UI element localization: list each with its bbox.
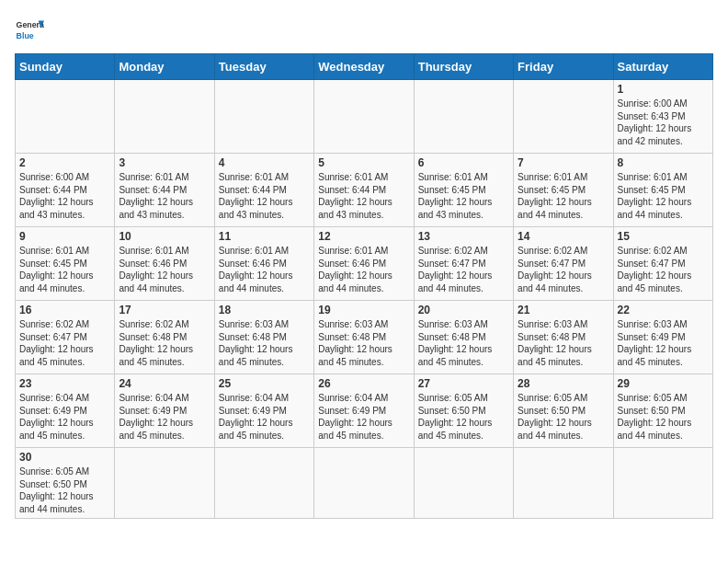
day-number: 12 — [318, 230, 409, 243]
calendar-cell: 12Sunrise: 6:01 AM Sunset: 6:46 PM Dayli… — [314, 227, 414, 301]
day-info: Sunrise: 6:04 AM Sunset: 6:49 PM Dayligh… — [19, 392, 110, 442]
day-number: 10 — [119, 230, 210, 243]
calendar-cell: 5Sunrise: 6:01 AM Sunset: 6:44 PM Daylig… — [314, 154, 414, 227]
day-info: Sunrise: 6:05 AM Sunset: 6:50 PM Dayligh… — [19, 465, 110, 515]
calendar-cell — [115, 448, 214, 519]
calendar-cell — [514, 80, 613, 154]
day-number: 2 — [19, 156, 110, 169]
day-info: Sunrise: 6:02 AM Sunset: 6:48 PM Dayligh… — [119, 318, 210, 368]
day-info: Sunrise: 6:05 AM Sunset: 6:50 PM Dayligh… — [418, 392, 509, 442]
day-number: 7 — [518, 156, 609, 169]
calendar-week-row: 1Sunrise: 6:00 AM Sunset: 6:43 PM Daylig… — [16, 80, 713, 154]
calendar-cell: 25Sunrise: 6:04 AM Sunset: 6:49 PM Dayli… — [214, 374, 313, 448]
day-number: 23 — [19, 377, 110, 390]
day-info: Sunrise: 6:03 AM Sunset: 6:48 PM Dayligh… — [219, 318, 310, 368]
calendar-cell — [115, 80, 214, 154]
calendar-cell: 29Sunrise: 6:05 AM Sunset: 6:50 PM Dayli… — [613, 374, 712, 448]
day-number: 8 — [618, 156, 709, 169]
day-number: 24 — [119, 377, 210, 390]
calendar-cell: 16Sunrise: 6:02 AM Sunset: 6:47 PM Dayli… — [16, 301, 115, 374]
day-number: 30 — [19, 451, 110, 464]
day-info: Sunrise: 6:01 AM Sunset: 6:44 PM Dayligh… — [219, 171, 310, 221]
calendar-cell: 19Sunrise: 6:03 AM Sunset: 6:48 PM Dayli… — [314, 301, 414, 374]
calendar-cell: 28Sunrise: 6:05 AM Sunset: 6:50 PM Dayli… — [514, 374, 613, 448]
day-info: Sunrise: 6:03 AM Sunset: 6:48 PM Dayligh… — [518, 318, 609, 368]
day-number: 27 — [418, 377, 509, 390]
day-number: 16 — [19, 304, 110, 316]
calendar-cell: 14Sunrise: 6:02 AM Sunset: 6:47 PM Dayli… — [514, 227, 613, 301]
day-number: 29 — [618, 377, 709, 390]
logo: General Blue — [15, 15, 44, 44]
calendar-cell: 13Sunrise: 6:02 AM Sunset: 6:47 PM Dayli… — [414, 227, 513, 301]
calendar-cell — [514, 448, 613, 519]
day-info: Sunrise: 6:03 AM Sunset: 6:49 PM Dayligh… — [618, 318, 709, 368]
day-number: 19 — [318, 304, 409, 316]
calendar-cell: 20Sunrise: 6:03 AM Sunset: 6:48 PM Dayli… — [414, 301, 513, 374]
day-info: Sunrise: 6:01 AM Sunset: 6:45 PM Dayligh… — [418, 171, 509, 221]
day-number: 3 — [119, 156, 210, 169]
calendar-cell: 1Sunrise: 6:00 AM Sunset: 6:43 PM Daylig… — [613, 80, 712, 154]
day-number: 5 — [318, 156, 409, 169]
calendar-cell — [314, 80, 414, 154]
weekday-header-thursday: Thursday — [414, 54, 513, 80]
calendar-cell: 9Sunrise: 6:01 AM Sunset: 6:45 PM Daylig… — [16, 227, 115, 301]
calendar-cell: 27Sunrise: 6:05 AM Sunset: 6:50 PM Dayli… — [414, 374, 513, 448]
calendar-cell: 23Sunrise: 6:04 AM Sunset: 6:49 PM Dayli… — [16, 374, 115, 448]
calendar-cell: 8Sunrise: 6:01 AM Sunset: 6:45 PM Daylig… — [613, 154, 712, 227]
calendar-cell: 17Sunrise: 6:02 AM Sunset: 6:48 PM Dayli… — [115, 301, 214, 374]
calendar-cell: 26Sunrise: 6:04 AM Sunset: 6:49 PM Dayli… — [314, 374, 414, 448]
weekday-header-sunday: Sunday — [16, 54, 115, 80]
calendar-week-row: 2Sunrise: 6:00 AM Sunset: 6:44 PM Daylig… — [16, 154, 713, 227]
calendar-cell: 3Sunrise: 6:01 AM Sunset: 6:44 PM Daylig… — [115, 154, 214, 227]
calendar-cell: 21Sunrise: 6:03 AM Sunset: 6:48 PM Dayli… — [514, 301, 613, 374]
day-info: Sunrise: 6:05 AM Sunset: 6:50 PM Dayligh… — [618, 392, 709, 442]
calendar-cell — [214, 448, 313, 519]
day-info: Sunrise: 6:01 AM Sunset: 6:44 PM Dayligh… — [119, 171, 210, 221]
calendar-cell: 11Sunrise: 6:01 AM Sunset: 6:46 PM Dayli… — [214, 227, 313, 301]
weekday-header-friday: Friday — [514, 54, 613, 80]
weekday-header-monday: Monday — [115, 54, 214, 80]
day-number: 22 — [618, 304, 709, 316]
day-number: 15 — [618, 230, 709, 243]
day-info: Sunrise: 6:01 AM Sunset: 6:46 PM Dayligh… — [119, 245, 210, 294]
day-info: Sunrise: 6:01 AM Sunset: 6:45 PM Dayligh… — [618, 171, 709, 221]
day-info: Sunrise: 6:03 AM Sunset: 6:48 PM Dayligh… — [318, 318, 409, 368]
calendar-cell: 10Sunrise: 6:01 AM Sunset: 6:46 PM Dayli… — [115, 227, 214, 301]
day-info: Sunrise: 6:04 AM Sunset: 6:49 PM Dayligh… — [219, 392, 310, 442]
day-number: 4 — [219, 156, 310, 169]
calendar-cell — [414, 80, 513, 154]
weekday-header-tuesday: Tuesday — [214, 54, 313, 80]
calendar-cell: 7Sunrise: 6:01 AM Sunset: 6:45 PM Daylig… — [514, 154, 613, 227]
day-info: Sunrise: 6:01 AM Sunset: 6:44 PM Dayligh… — [318, 171, 409, 221]
calendar-week-row: 9Sunrise: 6:01 AM Sunset: 6:45 PM Daylig… — [16, 227, 713, 301]
day-info: Sunrise: 6:01 AM Sunset: 6:46 PM Dayligh… — [318, 245, 409, 294]
calendar-cell — [414, 448, 513, 519]
day-info: Sunrise: 6:02 AM Sunset: 6:47 PM Dayligh… — [418, 245, 509, 294]
calendar-cell: 18Sunrise: 6:03 AM Sunset: 6:48 PM Dayli… — [214, 301, 313, 374]
calendar-cell: 4Sunrise: 6:01 AM Sunset: 6:44 PM Daylig… — [214, 154, 313, 227]
svg-text:Blue: Blue — [17, 31, 34, 40]
weekday-header-saturday: Saturday — [613, 54, 712, 80]
calendar-cell — [314, 448, 414, 519]
calendar-cell: 2Sunrise: 6:00 AM Sunset: 6:44 PM Daylig… — [16, 154, 115, 227]
day-info: Sunrise: 6:02 AM Sunset: 6:47 PM Dayligh… — [19, 318, 110, 368]
day-info: Sunrise: 6:02 AM Sunset: 6:47 PM Dayligh… — [618, 245, 709, 294]
day-info: Sunrise: 6:01 AM Sunset: 6:45 PM Dayligh… — [518, 171, 609, 221]
calendar-cell: 22Sunrise: 6:03 AM Sunset: 6:49 PM Dayli… — [613, 301, 712, 374]
calendar-week-row: 30Sunrise: 6:05 AM Sunset: 6:50 PM Dayli… — [16, 448, 713, 519]
weekday-header-wednesday: Wednesday — [314, 54, 414, 80]
weekday-header-row: SundayMondayTuesdayWednesdayThursdayFrid… — [16, 54, 713, 80]
day-info: Sunrise: 6:00 AM Sunset: 6:43 PM Dayligh… — [618, 98, 709, 147]
day-number: 11 — [219, 230, 310, 243]
calendar-week-row: 23Sunrise: 6:04 AM Sunset: 6:49 PM Dayli… — [16, 374, 713, 448]
day-number: 28 — [518, 377, 609, 390]
day-info: Sunrise: 6:02 AM Sunset: 6:47 PM Dayligh… — [518, 245, 609, 294]
day-number: 9 — [19, 230, 110, 243]
day-number: 13 — [418, 230, 509, 243]
calendar-cell — [613, 448, 712, 519]
day-number: 17 — [119, 304, 210, 316]
day-info: Sunrise: 6:01 AM Sunset: 6:45 PM Dayligh… — [19, 245, 110, 294]
calendar-cell: 30Sunrise: 6:05 AM Sunset: 6:50 PM Dayli… — [16, 448, 115, 519]
calendar-week-row: 16Sunrise: 6:02 AM Sunset: 6:47 PM Dayli… — [16, 301, 713, 374]
calendar-table: SundayMondayTuesdayWednesdayThursdayFrid… — [15, 53, 713, 519]
